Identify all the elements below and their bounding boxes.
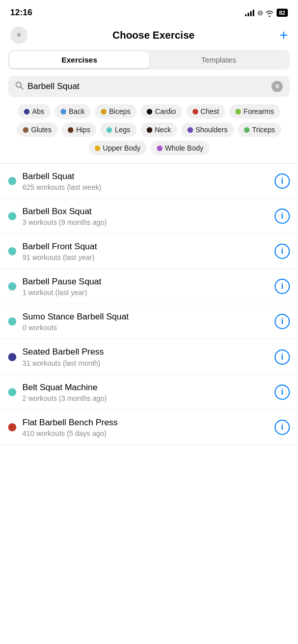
exercise-name: Seated Barbell Press <box>22 346 268 358</box>
filter-tag-back[interactable]: Back <box>55 104 91 119</box>
tag-dot-shoulders <box>187 127 193 133</box>
exercise-info: Barbell Front Squat91 workouts (last yea… <box>22 241 268 261</box>
tag-label-back: Back <box>69 107 85 115</box>
tag-dot-upper-body <box>95 145 100 151</box>
close-icon: × <box>16 31 21 40</box>
tag-label-abs: Abs <box>32 107 44 115</box>
filter-tag-upper-body[interactable]: Upper Body <box>89 141 147 155</box>
filter-tag-abs[interactable]: Abs <box>18 104 50 119</box>
tag-label-forearms: Forearms <box>243 107 274 115</box>
tag-label-neck: Neck <box>155 126 171 134</box>
exercise-info: Flat Barbell Bench Press410 workouts (5 … <box>22 417 268 437</box>
filter-tag-legs[interactable]: Legs <box>100 123 136 137</box>
exercise-name: Flat Barbell Bench Press <box>22 417 268 428</box>
exercise-info-button[interactable]: i <box>275 349 290 365</box>
tag-dot-legs <box>106 127 112 133</box>
filter-tag-cardio[interactable]: Cardio <box>141 104 182 119</box>
exercise-name: Barbell Front Squat <box>22 241 268 252</box>
exercise-info-button[interactable]: i <box>275 279 290 294</box>
svg-line-1 <box>21 87 23 90</box>
exercise-info: Belt Squat Machine2 workouts (3 months a… <box>22 382 268 402</box>
exercise-info: Barbell Box Squat3 workouts (9 months ag… <box>22 206 268 226</box>
exercise-color-dot <box>8 212 16 220</box>
exercise-meta: 2 workouts (3 months ago) <box>22 394 268 402</box>
exercise-name: Barbell Box Squat <box>22 206 268 217</box>
tag-dot-glutes <box>23 127 29 133</box>
exercise-color-dot <box>8 177 16 185</box>
tag-label-chest: Chest <box>201 107 220 115</box>
exercise-item[interactable]: Barbell Squat625 workouts (last week)i <box>0 164 298 199</box>
tag-label-legs: Legs <box>115 126 130 134</box>
exercise-meta: 410 workouts (5 days ago) <box>22 429 268 437</box>
status-bar: 12:16 ⊖ 82 <box>0 0 298 22</box>
exercise-name: Barbell Pause Squat <box>22 276 268 287</box>
exercise-meta: 625 workouts (last week) <box>22 183 268 191</box>
close-button[interactable]: × <box>10 26 28 44</box>
exercise-info-button[interactable]: i <box>275 173 290 189</box>
tag-label-shoulders: Shoulders <box>196 126 228 134</box>
tag-label-triceps: Triceps <box>252 126 275 134</box>
tag-dot-abs <box>24 109 30 114</box>
exercise-name: Sumo Stance Barbell Squat <box>22 311 268 323</box>
tag-dot-biceps <box>101 109 106 114</box>
tag-dot-triceps <box>244 127 250 133</box>
exercise-item[interactable]: Barbell Pause Squat1 workout (last year)… <box>0 269 298 304</box>
filter-tag-neck[interactable]: Neck <box>141 123 177 137</box>
exercise-info-button[interactable]: i <box>275 385 290 400</box>
status-time: 12:16 <box>10 8 32 18</box>
exercise-meta: 91 workouts (last year) <box>22 253 268 261</box>
exercise-info: Seated Barbell Press31 workouts (last mo… <box>22 346 268 367</box>
filter-tag-hips[interactable]: Hips <box>62 123 96 137</box>
exercise-meta: 3 workouts (9 months ago) <box>22 218 268 226</box>
filter-tag-biceps[interactable]: Biceps <box>95 104 137 119</box>
filter-tag-triceps[interactable]: Triceps <box>238 123 281 137</box>
exercise-item[interactable]: Seated Barbell Press31 workouts (last mo… <box>0 339 298 374</box>
exercise-name: Belt Squat Machine <box>22 382 268 393</box>
filter-tag-whole-body[interactable]: Whole Body <box>151 141 209 155</box>
tag-label-whole-body: Whole Body <box>165 144 203 152</box>
tag-dot-chest <box>193 109 198 114</box>
exercise-info-button[interactable]: i <box>275 244 290 259</box>
search-input[interactable] <box>28 81 267 92</box>
exercise-item[interactable]: Sumo Stance Barbell Squat0 workoutsi <box>0 304 298 339</box>
exercise-color-dot <box>8 353 16 361</box>
tag-dot-back <box>61 109 66 114</box>
exercise-color-dot <box>8 388 16 396</box>
exercise-name: Barbell Squat <box>22 171 268 182</box>
page-title: Choose Exercise <box>113 30 195 41</box>
exercise-color-dot <box>8 282 16 290</box>
tab-bar: Exercises Templates <box>8 50 290 70</box>
exercise-item[interactable]: Belt Squat Machine2 workouts (3 months a… <box>0 375 298 410</box>
status-icons: ⊖ 82 <box>245 9 288 17</box>
exercise-color-dot <box>8 247 16 255</box>
filter-tag-forearms[interactable]: Forearms <box>229 104 280 119</box>
exercise-info-button[interactable]: i <box>275 314 290 329</box>
filter-tag-list: AbsBackBicepsCardioChestForearmsGlutesHi… <box>0 104 298 163</box>
tab-exercises[interactable]: Exercises <box>10 51 149 68</box>
exercise-info: Sumo Stance Barbell Squat0 workouts <box>22 311 268 332</box>
tag-label-biceps: Biceps <box>109 107 130 115</box>
tag-dot-forearms <box>235 109 241 114</box>
tag-label-cardio: Cardio <box>155 107 176 115</box>
exercise-info-button[interactable]: i <box>275 209 290 224</box>
tab-templates[interactable]: Templates <box>149 51 289 68</box>
tag-label-hips: Hips <box>76 126 90 134</box>
clear-search-button[interactable]: ✕ <box>272 81 283 92</box>
exercise-info: Barbell Pause Squat1 workout (last year) <box>22 276 268 297</box>
tag-dot-hips <box>68 127 73 133</box>
exercise-item[interactable]: Barbell Box Squat3 workouts (9 months ag… <box>0 199 298 234</box>
signal-icon <box>245 9 254 16</box>
filter-tag-glutes[interactable]: Glutes <box>17 123 58 137</box>
exercise-color-dot <box>8 317 16 326</box>
add-button[interactable]: + <box>280 28 288 42</box>
exercise-info-button[interactable]: i <box>275 420 290 435</box>
filter-tag-chest[interactable]: Chest <box>186 104 226 119</box>
exercise-color-dot <box>8 423 16 431</box>
exercise-meta: 1 workout (last year) <box>22 288 268 297</box>
filter-tag-shoulders[interactable]: Shoulders <box>181 123 234 137</box>
exercise-item[interactable]: Flat Barbell Bench Press410 workouts (5 … <box>0 410 298 445</box>
tag-dot-whole-body <box>157 145 162 151</box>
exercise-item[interactable]: Barbell Front Squat91 workouts (last yea… <box>0 234 298 269</box>
search-icon <box>15 81 23 92</box>
tag-dot-neck <box>147 127 152 133</box>
